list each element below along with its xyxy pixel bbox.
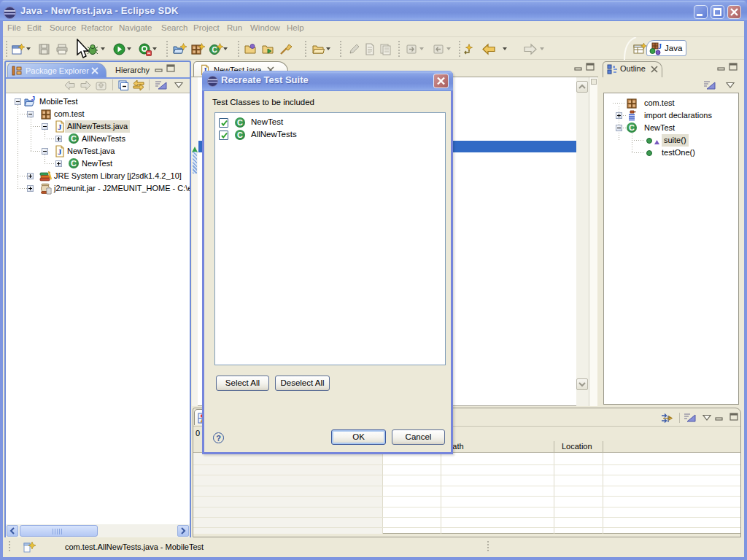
svg-text:J: J <box>58 147 62 156</box>
svg-text:C: C <box>212 46 217 54</box>
svg-text:J: J <box>31 96 35 102</box>
svg-text:J: J <box>658 42 662 50</box>
svg-text:J: J <box>58 122 62 131</box>
